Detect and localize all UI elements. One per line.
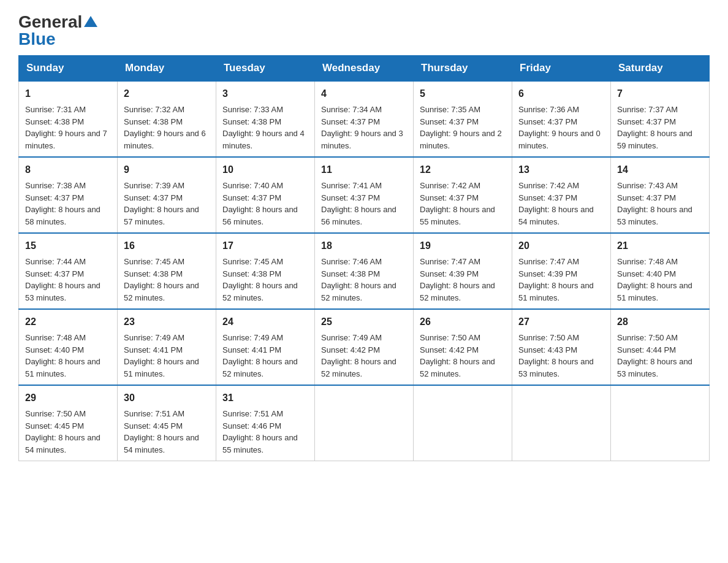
day-number: 31 (222, 391, 308, 405)
daylight-text: Daylight: 8 hours and 51 minutes. (617, 281, 692, 302)
day-number: 24 (222, 315, 308, 329)
table-row: 30 Sunrise: 7:51 AM Sunset: 4:45 PM Dayl… (118, 385, 216, 461)
calendar-week-row: 22 Sunrise: 7:48 AM Sunset: 4:40 PM Dayl… (19, 309, 710, 385)
svg-marker-0 (84, 16, 97, 27)
sunrise-text: Sunrise: 7:32 AM (124, 105, 184, 114)
logo-blue-text: Blue (18, 29, 56, 49)
daylight-text: Daylight: 8 hours and 58 minutes. (25, 205, 100, 226)
day-number: 20 (518, 239, 604, 253)
daylight-text: Daylight: 8 hours and 52 minutes. (420, 281, 495, 302)
table-row: 7 Sunrise: 7:37 AM Sunset: 4:37 PM Dayli… (611, 81, 710, 157)
sunrise-text: Sunrise: 7:50 AM (518, 333, 579, 342)
day-number: 25 (321, 315, 407, 329)
sunrise-text: Sunrise: 7:43 AM (617, 181, 678, 190)
day-number: 15 (25, 239, 111, 253)
daylight-text: Daylight: 8 hours and 54 minutes. (518, 205, 594, 226)
day-number: 7 (617, 86, 703, 101)
sunset-text: Sunset: 4:37 PM (321, 193, 380, 202)
sunset-text: Sunset: 4:37 PM (321, 117, 380, 126)
sunset-text: Sunset: 4:38 PM (25, 117, 84, 126)
table-row: 25 Sunrise: 7:49 AM Sunset: 4:42 PM Dayl… (315, 309, 414, 385)
sunrise-text: Sunrise: 7:45 AM (222, 257, 283, 266)
col-wednesday: Wednesday (315, 56, 414, 82)
table-row: 4 Sunrise: 7:34 AM Sunset: 4:37 PM Dayli… (315, 81, 414, 157)
table-row: 17 Sunrise: 7:45 AM Sunset: 4:38 PM Dayl… (216, 233, 315, 309)
calendar-week-row: 15 Sunrise: 7:44 AM Sunset: 4:37 PM Dayl… (19, 233, 710, 309)
sunset-text: Sunset: 4:41 PM (124, 345, 183, 354)
table-row: 21 Sunrise: 7:48 AM Sunset: 4:40 PM Dayl… (611, 233, 710, 309)
sunset-text: Sunset: 4:37 PM (518, 193, 577, 202)
table-row: 5 Sunrise: 7:35 AM Sunset: 4:37 PM Dayli… (414, 81, 512, 157)
day-number: 23 (124, 315, 210, 329)
table-row: 3 Sunrise: 7:33 AM Sunset: 4:38 PM Dayli… (216, 81, 315, 157)
sunset-text: Sunset: 4:38 PM (321, 269, 380, 278)
sunrise-text: Sunrise: 7:45 AM (124, 257, 184, 266)
calendar-week-row: 8 Sunrise: 7:38 AM Sunset: 4:37 PM Dayli… (19, 157, 710, 233)
sunset-text: Sunset: 4:40 PM (25, 345, 84, 354)
sunset-text: Sunset: 4:42 PM (321, 345, 380, 354)
day-number: 19 (420, 239, 506, 253)
sunrise-text: Sunrise: 7:50 AM (25, 409, 86, 418)
daylight-text: Daylight: 9 hours and 0 minutes. (518, 129, 601, 150)
table-row: 9 Sunrise: 7:39 AM Sunset: 4:37 PM Dayli… (118, 157, 216, 233)
logo: General Blue (18, 12, 97, 49)
daylight-text: Daylight: 8 hours and 51 minutes. (518, 281, 594, 302)
table-row (512, 385, 611, 461)
daylight-text: Daylight: 8 hours and 52 minutes. (222, 357, 298, 378)
sunrise-text: Sunrise: 7:50 AM (420, 333, 480, 342)
table-row: 8 Sunrise: 7:38 AM Sunset: 4:37 PM Dayli… (19, 157, 118, 233)
sunset-text: Sunset: 4:37 PM (420, 117, 479, 126)
sunset-text: Sunset: 4:46 PM (222, 421, 281, 431)
daylight-text: Daylight: 9 hours and 6 minutes. (124, 129, 206, 150)
table-row: 27 Sunrise: 7:50 AM Sunset: 4:43 PM Dayl… (512, 309, 611, 385)
sunset-text: Sunset: 4:39 PM (518, 269, 577, 278)
day-number: 5 (420, 86, 506, 101)
sunrise-text: Sunrise: 7:33 AM (222, 105, 283, 114)
col-monday: Monday (118, 56, 216, 82)
sunset-text: Sunset: 4:38 PM (222, 117, 281, 126)
day-number: 27 (518, 315, 604, 329)
table-row: 6 Sunrise: 7:36 AM Sunset: 4:37 PM Dayli… (512, 81, 611, 157)
daylight-text: Daylight: 8 hours and 51 minutes. (124, 357, 199, 378)
sunset-text: Sunset: 4:40 PM (617, 269, 676, 278)
sunset-text: Sunset: 4:41 PM (222, 345, 281, 354)
table-row: 28 Sunrise: 7:50 AM Sunset: 4:44 PM Dayl… (611, 309, 710, 385)
day-number: 22 (25, 315, 111, 329)
table-row: 18 Sunrise: 7:46 AM Sunset: 4:38 PM Dayl… (315, 233, 414, 309)
day-number: 8 (25, 163, 111, 177)
sunset-text: Sunset: 4:38 PM (124, 269, 183, 278)
sunset-text: Sunset: 4:37 PM (222, 193, 281, 202)
sunrise-text: Sunrise: 7:49 AM (222, 333, 283, 342)
daylight-text: Daylight: 9 hours and 7 minutes. (25, 129, 107, 150)
calendar-table: Sunday Monday Tuesday Wednesday Thursday… (18, 55, 710, 461)
sunset-text: Sunset: 4:45 PM (124, 421, 183, 431)
sunset-text: Sunset: 4:39 PM (420, 269, 479, 278)
daylight-text: Daylight: 8 hours and 53 minutes. (617, 357, 692, 378)
sunrise-text: Sunrise: 7:44 AM (25, 257, 86, 266)
sunrise-text: Sunrise: 7:40 AM (222, 181, 283, 190)
day-number: 29 (25, 391, 111, 405)
sunset-text: Sunset: 4:42 PM (420, 345, 479, 354)
table-row: 16 Sunrise: 7:45 AM Sunset: 4:38 PM Dayl… (118, 233, 216, 309)
sunset-text: Sunset: 4:38 PM (124, 117, 183, 126)
day-number: 11 (321, 163, 407, 177)
table-row: 24 Sunrise: 7:49 AM Sunset: 4:41 PM Dayl… (216, 309, 315, 385)
day-number: 6 (518, 86, 604, 101)
sunrise-text: Sunrise: 7:47 AM (518, 257, 579, 266)
day-number: 28 (617, 315, 703, 329)
table-row: 23 Sunrise: 7:49 AM Sunset: 4:41 PM Dayl… (118, 309, 216, 385)
col-saturday: Saturday (611, 56, 710, 82)
day-number: 30 (124, 391, 210, 405)
sunrise-text: Sunrise: 7:34 AM (321, 105, 382, 114)
sunrise-text: Sunrise: 7:37 AM (617, 105, 678, 114)
sunrise-text: Sunrise: 7:46 AM (321, 257, 382, 266)
sunrise-text: Sunrise: 7:42 AM (518, 181, 579, 190)
calendar-week-row: 1 Sunrise: 7:31 AM Sunset: 4:38 PM Dayli… (19, 81, 710, 157)
sunrise-text: Sunrise: 7:49 AM (321, 333, 382, 342)
sunset-text: Sunset: 4:37 PM (420, 193, 479, 202)
col-thursday: Thursday (414, 56, 512, 82)
sunrise-text: Sunrise: 7:31 AM (25, 105, 86, 114)
table-row: 1 Sunrise: 7:31 AM Sunset: 4:38 PM Dayli… (19, 81, 118, 157)
sunset-text: Sunset: 4:44 PM (617, 345, 676, 354)
table-row: 26 Sunrise: 7:50 AM Sunset: 4:42 PM Dayl… (414, 309, 512, 385)
